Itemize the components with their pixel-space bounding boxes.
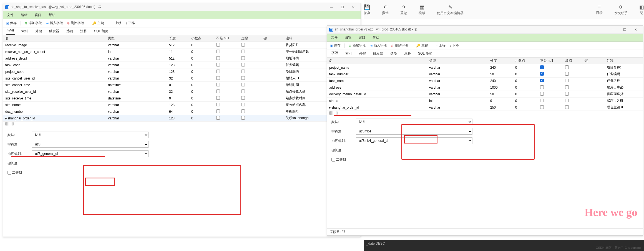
table-row[interactable]: addressvarchar10000领用出库必: [327, 84, 643, 91]
charset-select[interactable]: utf8mb4: [356, 128, 472, 135]
window-right: sh_shanghai_order @wzgj_v4_prod_230105 (…: [327, 25, 643, 236]
tab-index[interactable]: 索引: [344, 50, 353, 57]
tabs: 字段 索引 外键 触发器 选项 注释 SQL 预览: [3, 27, 361, 35]
titlebar-right[interactable]: sh_shanghai_order @wzgj_v4_prod_230105 (…: [327, 25, 643, 34]
table-row[interactable]: site_receive_timedatetime00站点接收时间: [3, 95, 361, 102]
tab-sql-preview[interactable]: SQL 预览: [417, 50, 433, 57]
move-down-button[interactable]: ↓ 下移: [449, 43, 459, 48]
field-properties: 默认: NULL 字符集: utf8mb4 排序规则: utf8mb4_gene…: [327, 115, 643, 168]
table-row[interactable]: receive_imagevarchar5120收货图片: [3, 42, 361, 48]
save-button[interactable]: ▣保存: [6, 21, 17, 25]
minimize-button[interactable]: —: [326, 5, 336, 9]
prop-collation-label: 排序规则:: [331, 139, 356, 143]
delete-field-button[interactable]: ⊖删除字段: [391, 43, 408, 48]
table-row[interactable]: project_namevarchar2400项目名称:: [327, 64, 643, 71]
tab-field[interactable]: 字段: [6, 27, 15, 35]
move-up-button[interactable]: ↑ 上移: [436, 43, 446, 48]
primary-key-button[interactable]: 🔑主键: [92, 21, 104, 25]
menu-help[interactable]: 帮助: [49, 13, 55, 17]
prop-collation-label: 排序规则:: [7, 152, 32, 156]
menu-help[interactable]: 帮助: [373, 35, 379, 40]
insert-field-button[interactable]: ⇥插入字段: [46, 21, 63, 25]
move-up-button[interactable]: ↑ 上移: [112, 21, 122, 25]
table-row[interactable]: receive_not_sn_box_countint110非一码到底箱数: [3, 48, 361, 55]
table-row[interactable]: site_cancel_timedatetime00撤销时间: [3, 82, 361, 88]
table-row[interactable]: task_namevarchar2400任务名称: [327, 78, 643, 84]
add-field-button[interactable]: ⊕添加字段: [25, 21, 42, 25]
tb-undo[interactable]: ↶撤销: [382, 4, 389, 16]
tb-template[interactable]: ▦模版: [419, 4, 425, 16]
titlebar-left[interactable]: sh_ship_to_receive_task @wzgj_v4_prod_23…: [3, 3, 361, 11]
prop-keylen-label: 键长度:: [7, 161, 32, 166]
tb-toc[interactable]: ≡目录: [596, 4, 603, 15]
default-select[interactable]: NULL: [32, 132, 149, 138]
table-row[interactable]: site_cancel_user_idvarchar320撤销人ID: [3, 75, 361, 82]
underline-shanghai-left: [11, 156, 105, 157]
close-button[interactable]: ✕: [348, 5, 358, 9]
delete-field-button[interactable]: ⊖删除字段: [67, 21, 84, 25]
binary-checkbox[interactable]: [331, 158, 335, 162]
tab-index[interactable]: 索引: [20, 27, 29, 35]
menu-file[interactable]: 文件: [7, 13, 14, 17]
menu-edit[interactable]: 编辑: [345, 35, 351, 40]
tab-trigger[interactable]: 触发器: [48, 27, 60, 35]
binary-checkbox[interactable]: [7, 171, 11, 175]
close-button[interactable]: ✕: [631, 28, 641, 32]
table-row[interactable]: ▸shanghai_order_idvarchar1280关联sh_shangh: [3, 115, 361, 122]
menu-edit[interactable]: 编辑: [21, 13, 27, 17]
table-row[interactable]: doc_numbervarchar640单据编号: [3, 108, 361, 115]
watermark: Here we go: [585, 206, 637, 219]
toolbar: ▣保存 ⊕添加字段 ⇥插入字段 ⊖删除字段 🔑主键 ↑ 上移 ↓ 下移: [3, 19, 361, 27]
tab-option[interactable]: 选项: [65, 27, 74, 35]
tab-sql-preview[interactable]: SQL 预览: [93, 27, 109, 35]
tab-trigger[interactable]: 触发器: [372, 50, 384, 57]
primary-key-button[interactable]: 🔑主键: [416, 43, 428, 48]
tb-richtext[interactable]: ✎使用富文本编辑器: [437, 4, 464, 16]
add-field-button[interactable]: ⊕添加字段: [349, 43, 366, 48]
collation-select[interactable]: utf8mb4_general_ci: [356, 137, 472, 144]
tab-option[interactable]: 选项: [389, 50, 398, 57]
table-row[interactable]: delivery_memo_detail_idvarchar500供应商送货: [327, 91, 643, 98]
default-select[interactable]: NULL: [356, 119, 472, 125]
prop-charset-label: 字符集:: [7, 142, 32, 147]
table-row[interactable]: site_namevarchar1280接收站点名称: [3, 102, 361, 108]
tab-comment[interactable]: 注释: [79, 27, 88, 35]
menubar: 文件 编辑 窗口 帮助: [3, 11, 361, 19]
menu-window[interactable]: 窗口: [35, 13, 41, 17]
maximize-button[interactable]: ☐: [620, 28, 630, 32]
grid-body[interactable]: receive_imagevarchar5120收货图片receive_not_…: [3, 42, 361, 122]
tb-redo[interactable]: ↷重做: [400, 4, 407, 16]
tabs: 字段 索引 外键 触发器 选项 注释 SQL 预览: [327, 50, 643, 58]
window-title: sh_ship_to_receive_task @wzgj_v4_prod_23…: [11, 5, 102, 9]
table-icon: [329, 28, 333, 32]
menu-file[interactable]: 文件: [331, 35, 338, 40]
maximize-button[interactable]: ☐: [338, 5, 348, 9]
insert-field-button[interactable]: ⇥插入字段: [370, 43, 387, 48]
table-row[interactable]: ▸shanghai_order_idvarchar2500联合主键 d: [327, 104, 643, 111]
tab-fk[interactable]: 外键: [358, 50, 367, 57]
tb-save[interactable]: 💾保存: [364, 4, 370, 16]
grid-header: 名类型长度小数点不是 null虚拟键注释: [3, 35, 361, 42]
add-row-strip[interactable]: [5, 122, 14, 126]
tb-note[interactable]: ◧记: [639, 4, 644, 16]
table-row[interactable]: statusint90状态：0:初: [327, 98, 643, 104]
table-row[interactable]: task_codevarchar1280任务编码: [3, 62, 361, 68]
table-row[interactable]: site_receive_user_idvarchar320站点接收人id: [3, 88, 361, 95]
table-row[interactable]: address_detailvarchar5120地址详情: [3, 55, 361, 62]
tab-fk[interactable]: 外键: [34, 27, 43, 35]
tab-field[interactable]: 字段: [330, 49, 339, 57]
tb-helper[interactable]: ✈发文助手: [614, 4, 628, 16]
binary-label: 二进制: [336, 157, 346, 162]
minimize-button[interactable]: —: [609, 28, 619, 32]
add-row-strip[interactable]: [329, 111, 338, 115]
charset-select[interactable]: utf8: [32, 141, 149, 148]
table-icon: [5, 5, 9, 9]
tab-comment[interactable]: 注释: [403, 50, 412, 57]
menu-window[interactable]: 窗口: [359, 35, 365, 40]
save-button[interactable]: ▣保存: [330, 43, 341, 48]
table-row[interactable]: project_codevarchar1280项目编码: [3, 68, 361, 75]
move-down-button[interactable]: ↓ 下移: [125, 21, 135, 25]
table-row[interactable]: task_numbervarchar500任务编码: [327, 71, 643, 78]
csdn-watermark: CSDN @阿，葱来了-C is coming: [596, 246, 641, 250]
grid-body[interactable]: project_namevarchar2400项目名称:task_numberv…: [327, 64, 643, 111]
